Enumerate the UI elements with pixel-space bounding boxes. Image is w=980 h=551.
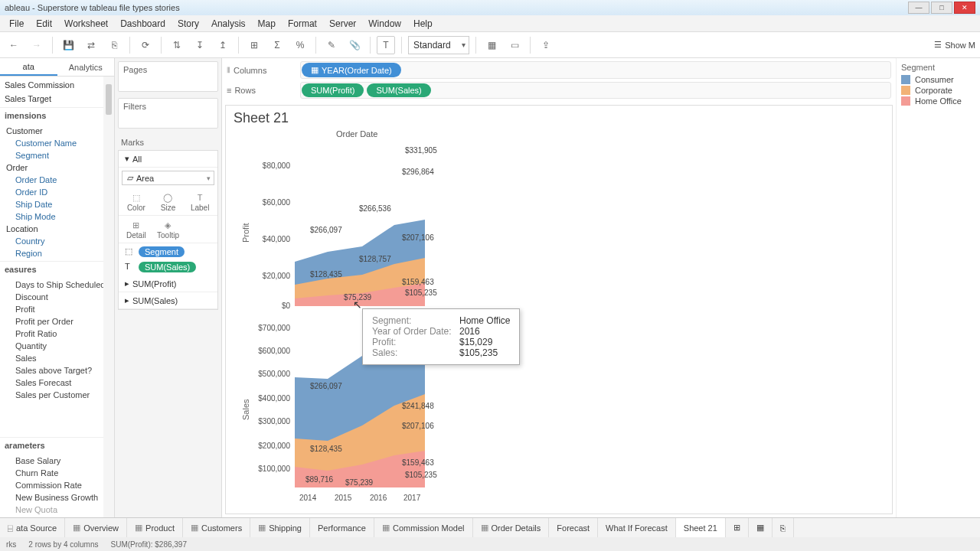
mark-type-dropdown[interactable]: ▱ Area	[122, 171, 214, 185]
columns-shelf[interactable]: ▦YEAR(Order Date)	[300, 61, 891, 79]
datasource-item[interactable]: Sales Target	[0, 92, 114, 106]
fit-dropdown[interactable]: Standard	[408, 36, 469, 54]
highlight-icon[interactable]: ✎	[322, 36, 341, 54]
cards-icon[interactable]: ▦	[482, 36, 501, 54]
new-data-icon[interactable]: ⇄	[82, 36, 100, 54]
new-dashboard-button[interactable]: ▦	[749, 518, 773, 537]
field-item[interactable]: Sales	[0, 352, 114, 364]
tab-forecast[interactable]: Forecast	[549, 518, 598, 537]
rows-shelf[interactable]: SUM(Profit) SUM(Sales)	[300, 82, 891, 99]
menu-server[interactable]: Server	[323, 17, 362, 31]
pages-shelf[interactable]: Pages	[118, 61, 218, 92]
minimize-button[interactable]: —	[908, 2, 929, 14]
menu-file[interactable]: File	[3, 17, 30, 31]
tab-datasource[interactable]: ⌸ata Source	[0, 518, 65, 537]
field-item[interactable]: Sales per Customer	[0, 389, 114, 401]
new-worksheet-button[interactable]: ⊞	[726, 518, 749, 537]
field-item[interactable]: New Quota	[0, 504, 114, 516]
field-item[interactable]: Customer Name	[0, 137, 114, 149]
field-item[interactable]: Profit Ratio	[0, 328, 114, 340]
field-item[interactable]: Profit	[0, 303, 114, 315]
scrollbar[interactable]	[103, 77, 114, 517]
save-icon[interactable]: 💾	[59, 36, 77, 54]
tab-commission[interactable]: ▦Commission Model	[374, 518, 473, 537]
marks-label[interactable]: TLabel	[185, 191, 215, 212]
field-item[interactable]: Order Date	[0, 174, 114, 186]
field-item[interactable]: Base Salary	[0, 455, 114, 467]
totals-icon[interactable]: Σ	[268, 36, 286, 54]
tab-orderdetails[interactable]: ▦Order Details	[473, 518, 550, 537]
legend-item-homeoffice[interactable]: Home Office	[901, 96, 975, 106]
legend-item-consumer[interactable]: Consumer	[901, 75, 975, 84]
presentation-icon[interactable]: ▭	[505, 36, 524, 54]
field-item[interactable]: Ship Date	[0, 198, 114, 210]
field-item[interactable]: Quantity	[0, 340, 114, 352]
tab-sheet21[interactable]: Sheet 21	[676, 518, 726, 537]
marks-all-row[interactable]: ▾ All	[119, 151, 217, 168]
rows-pill-sales[interactable]: SUM(Sales)	[367, 83, 430, 97]
menu-worksheet[interactable]: Worksheet	[58, 17, 114, 31]
menu-dashboard[interactable]: Dashboard	[114, 17, 172, 31]
tab-customers[interactable]: ▦Customers	[183, 518, 250, 537]
marks-tooltip[interactable]: ◈Tooltip	[152, 219, 183, 240]
field-item[interactable]: Discount	[0, 291, 114, 303]
sort-asc-icon[interactable]: ↧	[191, 36, 209, 54]
close-button[interactable]: ✕	[954, 2, 975, 14]
field-item[interactable]: Profit per Order	[0, 315, 114, 328]
show-me-button[interactable]: ☰Show M	[934, 40, 975, 50]
nav-back-icon[interactable]: ←	[5, 36, 23, 54]
refresh-icon[interactable]: ⟳	[136, 36, 155, 54]
marks-sumprofit-row[interactable]: ▸ SUM(Profit)	[119, 276, 217, 292]
marks-size[interactable]: ◯Size	[152, 191, 183, 212]
field-item[interactable]: Region	[0, 247, 114, 259]
menu-help[interactable]: Help	[407, 17, 439, 31]
marks-sumsales-row[interactable]: ▸ SUM(Sales)	[119, 292, 217, 309]
field-item[interactable]: New Business Growth	[0, 491, 114, 504]
maximize-button[interactable]: □	[931, 2, 952, 14]
percent-icon[interactable]: %	[291, 36, 309, 54]
menu-analysis[interactable]: Analysis	[205, 17, 252, 31]
swap-icon[interactable]: ⇅	[168, 36, 186, 54]
tab-whatif[interactable]: What If Forecast	[598, 518, 676, 537]
columns-pill[interactable]: ▦YEAR(Order Date)	[302, 63, 401, 77]
menu-map[interactable]: Map	[252, 17, 282, 31]
field-item[interactable]: Sales above Target?	[0, 364, 114, 377]
label-icon[interactable]: T	[377, 36, 395, 54]
field-item[interactable]: Order ID	[0, 186, 114, 198]
group-icon[interactable]: ⊞	[245, 36, 263, 54]
tab-performance[interactable]: Performance	[310, 518, 374, 537]
rows-pill-profit[interactable]: SUM(Profit)	[302, 83, 364, 97]
marks-color[interactable]: ⬚Color	[121, 191, 152, 212]
field-item[interactable]: Sales Forecast	[0, 377, 114, 389]
sort-desc-icon[interactable]: ↥	[214, 36, 232, 54]
tab-analytics[interactable]: Analytics	[57, 58, 115, 76]
menu-story[interactable]: Story	[172, 17, 205, 31]
field-item[interactable]: Ship Mode	[0, 210, 114, 223]
field-group[interactable]: Location	[0, 223, 114, 235]
tab-product[interactable]: ▦Product	[127, 518, 183, 537]
nav-forward-icon[interactable]: →	[28, 36, 46, 54]
new-worksheet-icon[interactable]: ⎘	[105, 36, 123, 54]
sheet-title[interactable]: Sheet 21	[234, 110, 884, 126]
field-item[interactable]: Days to Ship Scheduled	[0, 279, 114, 291]
field-group[interactable]: Customer	[0, 125, 114, 137]
field-item[interactable]: Segment	[0, 149, 114, 161]
share-icon[interactable]: ⇪	[537, 36, 555, 54]
field-group[interactable]: Order	[0, 161, 114, 174]
marks-detail[interactable]: ⊞Detail	[121, 219, 152, 240]
menu-format[interactable]: Format	[282, 17, 323, 31]
field-item[interactable]: Churn Rate	[0, 467, 114, 479]
new-story-button[interactable]: ⎘	[773, 518, 794, 537]
menu-edit[interactable]: Edit	[30, 17, 58, 31]
pin-icon[interactable]: 📎	[345, 36, 364, 54]
filters-shelf[interactable]: Filters	[118, 98, 218, 129]
menu-window[interactable]: Window	[362, 17, 407, 31]
marks-pill-sumsales[interactable]: T SUM(Sales)	[122, 260, 214, 274]
marks-pill-segment[interactable]: ⬚ Segment	[122, 245, 214, 259]
field-item[interactable]: Country	[0, 235, 114, 247]
tab-data[interactable]: ata	[0, 58, 57, 76]
tab-shipping[interactable]: ▦Shipping	[250, 518, 310, 537]
datasource-item[interactable]: Sales Commission	[0, 78, 114, 92]
field-item[interactable]: Commission Rate	[0, 479, 114, 491]
tab-overview[interactable]: ▦Overview	[65, 518, 127, 537]
